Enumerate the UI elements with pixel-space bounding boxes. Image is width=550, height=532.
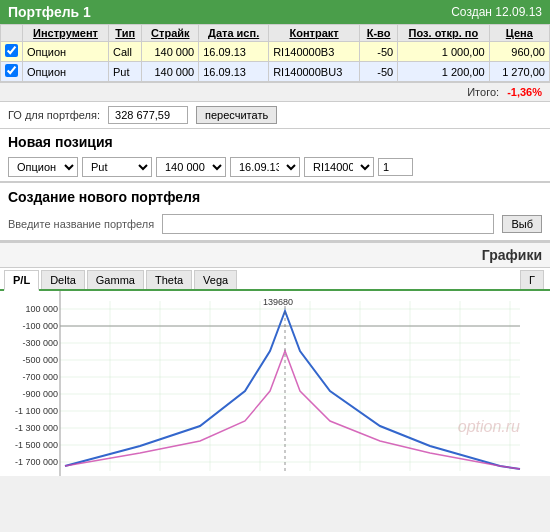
create-portfolio-section: Создание нового портфеля Введите названи… xyxy=(0,183,550,241)
cell-date: 16.09.13 xyxy=(199,42,269,62)
create-portfolio-button[interactable]: Выб xyxy=(502,215,542,233)
tab-gamma[interactable]: Gamma xyxy=(87,270,144,289)
col-date[interactable]: Дата исп. xyxy=(199,25,269,42)
col-pos-open[interactable]: Поз. откр. по xyxy=(398,25,489,42)
tab-delta[interactable]: Delta xyxy=(41,270,85,289)
portfolio-table: Инструмент Тип Страйк Дата исп. Контракт… xyxy=(0,24,550,82)
chart-area: 139680 100 000 -100 000 -300 000 -500 00… xyxy=(0,291,550,476)
row-checkbox-cell[interactable] xyxy=(1,62,23,82)
cell-instrument: Опцион xyxy=(23,62,109,82)
go-label: ГО для портфеля: xyxy=(8,109,100,121)
charts-title: Графики xyxy=(482,247,542,263)
cell-contract: RI140000BU3 xyxy=(269,62,360,82)
col-strike[interactable]: Страйк xyxy=(142,25,199,42)
new-position-title: Новая позиция xyxy=(0,129,550,153)
col-instrument[interactable]: Инструмент xyxy=(23,25,109,42)
cell-strike: 140 000 xyxy=(142,42,199,62)
cell-price: 960,00 xyxy=(489,42,549,62)
row-checkbox[interactable] xyxy=(5,44,18,57)
x-axis-label: 139680 xyxy=(263,297,293,307)
row-checkbox[interactable] xyxy=(5,64,18,77)
tab-theta[interactable]: Theta xyxy=(146,270,192,289)
expiry-select[interactable]: 16.09.13М xyxy=(230,157,300,177)
row-checkbox-cell[interactable] xyxy=(1,42,23,62)
col-contract[interactable]: Контракт xyxy=(269,25,360,42)
charts-section-header: Графики xyxy=(0,241,550,268)
cell-date: 16.09.13 xyxy=(199,62,269,82)
create-portfolio-title: Создание нового портфеля xyxy=(8,189,200,205)
qty-input[interactable] xyxy=(378,158,413,176)
total-value: -1,36% xyxy=(507,86,542,98)
go-value-input[interactable] xyxy=(108,106,188,124)
svg-text:-500 000: -500 000 xyxy=(22,355,58,365)
strike-select[interactable]: 140 000 xyxy=(156,157,226,177)
cell-pos-open: 1 000,00 xyxy=(398,42,489,62)
col-checkbox xyxy=(1,25,23,42)
cell-instrument: Опцион xyxy=(23,42,109,62)
chart-tabs: P/L Delta Gamma Theta Vega Г xyxy=(0,268,550,291)
svg-text:100 000: 100 000 xyxy=(25,304,58,314)
created-date: Создан 12.09.13 xyxy=(451,5,542,19)
cell-strike: 140 000 xyxy=(142,62,199,82)
tab-extra[interactable]: Г xyxy=(520,270,544,289)
cell-price: 1 270,00 xyxy=(489,62,549,82)
cell-pos-open: 1 200,00 xyxy=(398,62,489,82)
svg-text:-1 100 000: -1 100 000 xyxy=(15,406,58,416)
col-price[interactable]: Цена xyxy=(489,25,549,42)
svg-text:-700 000: -700 000 xyxy=(22,372,58,382)
table-row: Опцион Put 140 000 16.09.13 RI140000BU3 … xyxy=(1,62,550,82)
portfolio-header: Портфель 1 Создан 12.09.13 xyxy=(0,0,550,24)
svg-text:-900 000: -900 000 xyxy=(22,389,58,399)
svg-text:-300 000: -300 000 xyxy=(22,338,58,348)
cell-qty: -50 xyxy=(360,62,398,82)
cell-type: Call xyxy=(109,42,142,62)
recalculate-button[interactable]: пересчитать xyxy=(196,106,277,124)
svg-text:-1 500 000: -1 500 000 xyxy=(15,440,58,450)
cell-type: Put xyxy=(109,62,142,82)
direction-select[interactable]: Put Call xyxy=(82,157,152,177)
chart-svg: 139680 100 000 -100 000 -300 000 -500 00… xyxy=(0,291,550,476)
svg-text:-1 700 000: -1 700 000 xyxy=(15,457,58,467)
svg-text:-100 000: -100 000 xyxy=(22,321,58,331)
table-row: Опцион Call 140 000 16.09.13 RI140000B3 … xyxy=(1,42,550,62)
total-label: Итого: xyxy=(467,86,499,98)
go-section: ГО для портфеля: пересчитать xyxy=(0,102,550,129)
cell-contract: RI140000B3 xyxy=(269,42,360,62)
svg-rect-0 xyxy=(0,291,550,476)
tab-vega[interactable]: Vega xyxy=(194,270,237,289)
instrument-type-select[interactable]: Опцион xyxy=(8,157,78,177)
new-position-row: Опцион Put Call 140 000 16.09.13М RI1400… xyxy=(0,153,550,182)
portfolio-name-input[interactable] xyxy=(162,214,494,234)
portfolio-title: Портфель 1 xyxy=(8,4,91,20)
tab-pl[interactable]: P/L xyxy=(4,270,39,291)
col-type[interactable]: Тип xyxy=(109,25,142,42)
table-header-row: Инструмент Тип Страйк Дата исп. Контракт… xyxy=(1,25,550,42)
portfolio-name-label: Введите название портфеля xyxy=(8,218,154,230)
contract-select[interactable]: RI140000BU3 xyxy=(304,157,374,177)
total-row: Итого: -1,36% xyxy=(0,82,550,102)
col-qty[interactable]: К-во xyxy=(360,25,398,42)
svg-text:-1 300 000: -1 300 000 xyxy=(15,423,58,433)
cell-qty: -50 xyxy=(360,42,398,62)
